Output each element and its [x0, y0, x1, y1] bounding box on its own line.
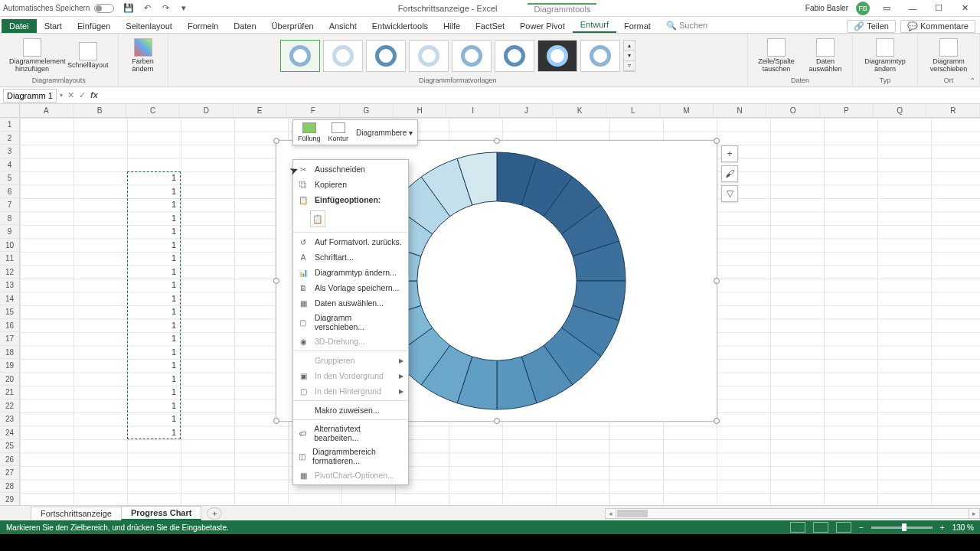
enter-formula-icon[interactable]: ✓ [79, 90, 86, 100]
data-range[interactable]: 11111111111111111111 [127, 171, 181, 439]
chart-area-dropdown[interactable]: Diagrammbere▾ [356, 122, 413, 142]
group-location-label: Ort [944, 77, 954, 85]
maximize-icon[interactable]: ☐ [929, 2, 948, 15]
chart-elements-button[interactable]: + [721, 145, 738, 162]
resize-handle[interactable] [494, 418, 500, 424]
close-icon[interactable]: ✕ [956, 2, 974, 15]
resize-handle[interactable] [273, 418, 279, 424]
tab-factset[interactable]: FactSet [468, 19, 512, 33]
ctx-alt-text[interactable]: 🏷Alternativtext bearbeiten... [293, 422, 408, 445]
page-break-view-icon[interactable] [836, 522, 851, 533]
redo-icon[interactable]: ↷ [160, 3, 171, 14]
chart-style-7[interactable] [537, 40, 577, 72]
style-gallery-scroll[interactable]: ▴▾▿ [623, 40, 635, 72]
row-headers[interactable]: 1234567891011121314151617181920212223242… [0, 104, 20, 505]
resize-handle[interactable] [273, 278, 279, 284]
minimize-icon[interactable]: — [903, 2, 922, 15]
search-box[interactable]: 🔍 Suchen [658, 18, 715, 33]
chart-style-1[interactable] [280, 40, 320, 72]
reset-icon: ↺ [298, 236, 309, 247]
tab-start[interactable]: Start [37, 19, 70, 33]
ctx-send-back: ▢In den Hintergrund▶ [293, 383, 408, 399]
document-title: Fortschrittsanzeige - Excel [398, 4, 498, 13]
ctx-change-type[interactable]: 📊Diagrammtyp ändern... [293, 265, 408, 280]
chart-style-4[interactable] [409, 40, 449, 72]
change-chart-type-button[interactable]: Diagrammtyp ändern [858, 37, 913, 75]
formula-bar: ▾ ✕ ✓ fx [0, 87, 980, 104]
resize-handle[interactable] [714, 138, 720, 144]
tab-format[interactable]: Format [616, 19, 658, 33]
ctx-assign-macro[interactable]: Makro zuweisen... [293, 403, 408, 418]
worksheet-grid[interactable]: ABCDEFGHIJKLMNOPQR 123456789101112131415… [0, 104, 980, 505]
switch-row-col-button[interactable]: Zeile/Spalte tauschen [753, 37, 800, 75]
autosave-toggle[interactable]: Automatisches Speichern [3, 4, 114, 13]
undo-icon[interactable]: ↶ [142, 3, 152, 14]
chart-styles-button[interactable]: 🖌 [721, 165, 738, 182]
normal-view-icon[interactable] [790, 522, 805, 533]
move-chart-button[interactable]: Diagramm verschieben [923, 37, 975, 75]
group-data-label: Daten [791, 77, 809, 85]
chart-style-8[interactable] [580, 40, 620, 72]
quick-layout-button[interactable]: Schnelllayout [63, 41, 113, 71]
formula-input[interactable] [107, 90, 980, 102]
zoom-level[interactable]: 130 % [952, 523, 974, 532]
tab-pagelayout[interactable]: Seitenlayout [118, 19, 180, 33]
zoom-slider[interactable] [871, 527, 933, 529]
tab-review[interactable]: Überprüfen [264, 19, 322, 33]
chart-filters-button[interactable]: ▽ [721, 185, 738, 202]
qat-dropdown-icon[interactable]: ▾ [178, 3, 189, 14]
ctx-copy[interactable]: ⿻Kopieren [293, 177, 408, 192]
back-icon: ▢ [298, 386, 309, 396]
copy-icon: ⿻ [298, 179, 309, 190]
tab-formulas[interactable]: Formeln [180, 19, 226, 33]
ctx-select-data[interactable]: ▦Daten auswählen... [293, 295, 408, 311]
tab-view[interactable]: Ansicht [322, 19, 364, 33]
add-sheet-button[interactable]: + [207, 507, 222, 520]
zoom-out-icon[interactable]: − [859, 523, 864, 532]
fill-button[interactable]: Füllung [298, 122, 321, 142]
add-chart-element-button[interactable]: Diagrammelement hinzufügen [5, 37, 60, 75]
zoom-in-icon[interactable]: + [940, 523, 945, 532]
ctx-paste-option[interactable]: 📋 [310, 210, 325, 227]
ctx-reset-style[interactable]: ↺Auf Formatvorl. zurücks. [293, 234, 408, 249]
chart-style-3[interactable] [366, 40, 406, 72]
ctx-cut[interactable]: ✂Ausschneiden [293, 161, 408, 177]
ctx-format-area[interactable]: ◫Diagrammbereich formatieren... [293, 445, 408, 468]
select-all-corner[interactable] [0, 104, 20, 118]
select-data-button[interactable]: Daten auswählen [803, 37, 848, 75]
ctx-font[interactable]: ASchriftart... [293, 249, 408, 265]
chart-style-5[interactable] [452, 40, 492, 72]
ribbon-display-icon[interactable]: ▭ [877, 2, 896, 15]
user-avatar[interactable]: FB [856, 2, 870, 15]
save-icon[interactable]: 💾 [123, 3, 134, 14]
change-colors-button[interactable]: Farben ändern [123, 37, 163, 75]
tab-powerpivot[interactable]: Power Pivot [512, 19, 573, 33]
ctx-save-template[interactable]: 🗎Als Vorlage speichern... [293, 280, 408, 295]
chart-style-6[interactable] [495, 40, 534, 72]
horizontal-scrollbar[interactable]: ◂▸ [605, 508, 980, 519]
tab-design[interactable]: Entwurf [573, 18, 616, 33]
sheet-tab-1[interactable]: Fortschrittsanzeige [31, 507, 122, 520]
chart-style-2[interactable] [323, 40, 363, 72]
tab-help[interactable]: Hilfe [436, 19, 468, 33]
fx-icon[interactable]: fx [90, 90, 103, 100]
resize-handle[interactable] [494, 138, 500, 144]
share-button[interactable]: 🔗 Teilen [847, 20, 896, 33]
tab-developer[interactable]: Entwicklertools [364, 19, 436, 33]
tab-insert[interactable]: Einfügen [70, 19, 118, 33]
tab-file[interactable]: Datei [2, 19, 37, 33]
resize-handle[interactable] [273, 138, 279, 144]
sheet-tab-2[interactable]: Progress Chart [121, 506, 201, 520]
resize-handle[interactable] [714, 418, 720, 424]
column-headers[interactable]: ABCDEFGHIJKLMNOPQR [20, 104, 980, 118]
status-bar: Markieren Sie den Zielbereich, und drück… [0, 520, 980, 534]
collapse-ribbon-icon[interactable]: ⌃ [969, 77, 975, 85]
page-layout-view-icon[interactable] [813, 522, 828, 533]
ctx-move-chart[interactable]: ▢Diagramm verschieben... [293, 311, 408, 334]
resize-handle[interactable] [714, 278, 720, 284]
cancel-formula-icon[interactable]: ✕ [67, 90, 74, 100]
outline-button[interactable]: Kontur [328, 122, 349, 142]
comments-button[interactable]: 💬 Kommentare [900, 20, 975, 33]
tab-data[interactable]: Daten [226, 19, 263, 33]
name-box[interactable] [3, 89, 57, 103]
